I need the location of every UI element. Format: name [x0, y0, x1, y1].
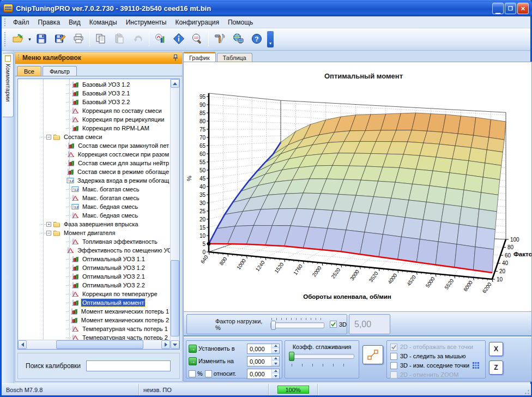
scale-chart-button[interactable] — [362, 345, 383, 364]
tab-graph[interactable]: График — [183, 52, 216, 62]
tree-item-label[interactable]: Коррекция сост.смеси при разом — [77, 151, 170, 158]
relative-checkbox[interactable] — [205, 370, 212, 377]
tree-item[interactable]: Состав смеси при замкнутой пет — [18, 141, 170, 150]
tree-item[interactable]: Оптимальный УОЗ 2.1 — [18, 272, 170, 281]
menu-7[interactable]: Помощь — [223, 17, 257, 28]
tree-item-label[interactable]: Момент механических потерь 1 — [80, 308, 170, 315]
save-as-button[interactable] — [52, 31, 68, 47]
tree-item[interactable]: Коррекция по составу смеси — [18, 106, 170, 115]
tree-item-label[interactable]: Температурная часть потерь 1 — [81, 325, 169, 333]
open-button[interactable] — [10, 31, 26, 47]
collapse-icon[interactable]: − — [46, 231, 51, 236]
tree-horizontal-scrollbar[interactable] — [18, 340, 170, 349]
tree-item-label[interactable]: Оптимальный момент — [81, 299, 145, 306]
tree-item-label[interactable]: Момент механических потерь 2 — [80, 316, 170, 324]
zoom-button[interactable]: 110 — [189, 31, 205, 47]
toolbar-overflow-icon[interactable]: ▾ — [267, 31, 274, 47]
change-value[interactable]: 0,000 — [247, 357, 271, 366]
surface-chart-area[interactable]: 05101520253035404550556065707580859095%6… — [184, 62, 531, 311]
tree-item[interactable]: Момент механических потерь 1 — [18, 307, 170, 316]
tree-item[interactable]: Оптимальный УОЗ 1.2 — [18, 263, 170, 272]
change-value-spinner[interactable]: 0,000 — [247, 356, 280, 366]
tree-item[interactable]: Топливная эффективность — [18, 237, 170, 246]
close-button[interactable]: × — [517, 3, 529, 14]
tree-item-label[interactable]: Базовый УОЗ 2.2 — [81, 98, 131, 106]
tree-item-label[interactable]: Коррекция по RPM-LAM — [81, 124, 150, 132]
surface-chart[interactable]: 05101520253035404550556065707580859095%6… — [184, 62, 531, 311]
help-button[interactable]: ? — [249, 31, 265, 47]
tree-item-label[interactable]: Макс. бедная смесь — [81, 203, 139, 210]
scroll-right-icon[interactable] — [161, 340, 170, 349]
tree-item[interactable]: Состав смеси в режиме обогаще — [18, 167, 170, 176]
tree-item[interactable]: Базовый УОЗ 2.1 — [18, 89, 170, 98]
tree-item-label[interactable]: Топливная эффективность — [81, 238, 159, 245]
print-button[interactable] — [70, 31, 87, 47]
tree-item[interactable]: Коррекция сост.смеси при разом — [18, 150, 170, 159]
panel-grip[interactable] — [17, 54, 20, 62]
tree-item[interactable]: Температурная часть потерь 1 — [18, 324, 170, 333]
tree-item-label[interactable]: Базовый УОЗ 1.2 — [81, 81, 131, 88]
tree-item-label[interactable]: Оптимальный УОЗ 1.1 — [81, 255, 146, 263]
vscroll-thumb[interactable] — [171, 260, 179, 336]
save-button[interactable] — [33, 31, 50, 47]
tools-button[interactable] — [211, 31, 228, 47]
tree-item-label[interactable]: Эффективность по смещению УО — [76, 246, 173, 254]
tree-item[interactable]: +Фаза завершения впрыска — [18, 220, 170, 228]
menu-2[interactable]: Правка — [34, 17, 65, 28]
smoothing-slider-track[interactable] — [289, 354, 354, 359]
menu-3[interactable]: Вид — [64, 17, 85, 28]
tree-item[interactable]: −Момент двигателя — [18, 228, 170, 237]
load-factor-slider[interactable] — [270, 317, 324, 332]
relative-value[interactable]: 0,000 — [247, 369, 271, 378]
menu-1[interactable]: Файл — [9, 17, 34, 28]
hscroll-thumb[interactable] — [56, 340, 143, 349]
tree-item[interactable]: Оптимальный УОЗ 1.1 — [18, 255, 170, 263]
apply-change-button[interactable]: → — [189, 357, 197, 365]
tree-item-label[interactable]: Макс. богатая смесь — [81, 185, 140, 193]
tree-item[interactable]: Момент механических потерь 2 — [18, 316, 170, 324]
open-dropdown-icon[interactable]: ▼ — [27, 31, 32, 47]
3d-checkbox[interactable] — [330, 321, 337, 328]
tree-item-label[interactable]: Состав смеси при замкнутой пет — [77, 142, 170, 149]
slider-thumb[interactable] — [271, 321, 276, 330]
tree-item-label[interactable]: Коррекция по температуре — [81, 290, 159, 298]
tree-item[interactable]: Эффективность по смещению УО — [18, 246, 170, 255]
toolbar-grip[interactable] — [4, 32, 7, 47]
option-checkbox[interactable] — [390, 362, 397, 369]
online-button[interactable] — [230, 31, 246, 47]
comments-tab[interactable]: Комментарии — [3, 53, 14, 117]
apply-set-button[interactable]: → — [189, 345, 197, 353]
tree-item-label[interactable]: Задержка входа в режим обогащ — [76, 177, 170, 184]
tree-item-label[interactable]: Состав смеси в режиме обогаще — [76, 168, 170, 176]
scroll-down-icon[interactable] — [171, 340, 179, 349]
spin-up-icon[interactable] — [272, 357, 279, 362]
spin-down-icon[interactable] — [272, 361, 279, 366]
tree-item[interactable]: Коррекция при рециркуляции — [18, 115, 170, 124]
maximize-button[interactable]: ❒ — [505, 3, 516, 14]
spin-down-icon[interactable] — [272, 374, 279, 378]
menu-4[interactable]: Команды — [85, 17, 122, 28]
z-axis-button[interactable]: Z — [489, 360, 503, 375]
tree-item[interactable]: 1.2Макс. богатая смесь — [18, 185, 170, 194]
tree-item[interactable]: Оптимальный УОЗ 2.2 — [18, 281, 170, 290]
tree-item-label[interactable]: Оптимальный УОЗ 2.2 — [81, 281, 146, 289]
tree-vertical-scrollbar[interactable] — [170, 79, 179, 349]
tree-item-label[interactable]: Макс. богатая смесь — [81, 194, 140, 202]
grid-table-icon[interactable] — [472, 362, 480, 369]
x-axis-button[interactable]: X — [489, 342, 503, 356]
tree-item-label[interactable]: Коррекция при рециркуляции — [81, 116, 165, 123]
spin-up-icon[interactable] — [272, 369, 279, 374]
relative-value-spinner[interactable]: 0,000 — [247, 369, 280, 379]
scroll-left-icon[interactable] — [18, 340, 27, 349]
tree-item-label[interactable]: Состав смеси для защиты нейтр — [77, 159, 170, 167]
tab-table[interactable]: Таблица — [217, 53, 252, 62]
copy-button[interactable] — [93, 31, 109, 47]
spin-down-icon[interactable] — [272, 348, 279, 353]
smoothing-slider-thumb[interactable] — [289, 352, 294, 361]
tree-item-label[interactable]: Момент двигателя — [63, 229, 116, 237]
spin-up-icon[interactable] — [272, 344, 279, 349]
minimize-button[interactable]: ▁ — [492, 3, 504, 14]
tree-item-label[interactable]: Коррекция по составу смеси — [81, 107, 163, 115]
slider-track[interactable] — [270, 322, 324, 328]
expand-icon[interactable]: + — [46, 222, 51, 227]
